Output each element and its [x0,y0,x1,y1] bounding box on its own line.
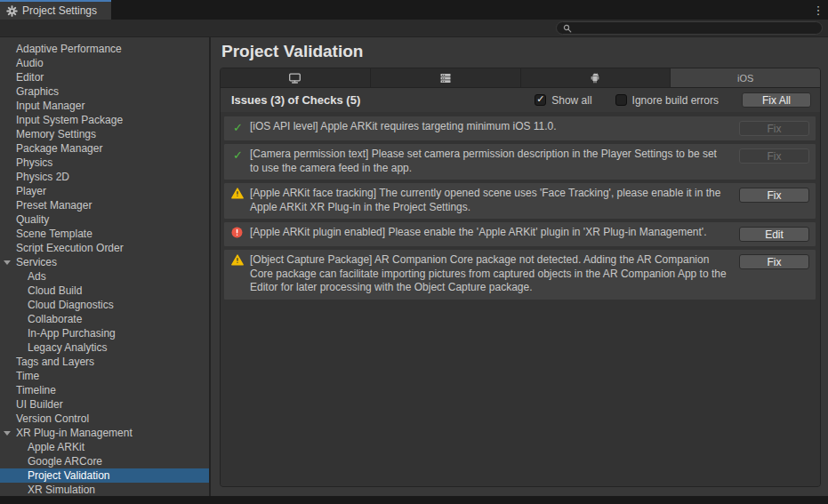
sidebar-item-label: Cloud Diagnostics [0,298,209,312]
issue-row-2: ✓ [Camera permission text] Please set ca… [224,144,816,180]
sidebar-item-label: Collaborate [0,312,209,326]
sidebar-item-editor[interactable]: Editor [0,70,209,84]
sidebar-item-label: Services [0,255,209,269]
platform-tab-ios[interactable]: iOS [671,68,820,87]
sidebar-item-package-manager[interactable]: Package Manager [0,141,209,156]
sidebar-item-label: Apple ARKit [0,440,209,454]
issue-row-4: [Apple ARKit plugin enabled] Please enab… [224,222,816,246]
sidebar-item-ads[interactable]: Ads [0,269,209,284]
issue-row-3: [Apple ARKit face tracking] The currentl… [224,183,816,219]
sidebar-item-scene-template[interactable]: Scene Template [0,227,209,241]
sidebar-item-timeline[interactable]: Timeline [0,383,209,397]
sidebar-item-input-system-package[interactable]: Input System Package [0,113,209,127]
ignore-build-errors-checkbox[interactable] [615,94,627,106]
sidebar-item-xr-simulation[interactable]: XR Simulation [0,483,209,496]
sidebar-item-apple-arkit[interactable]: Apple ARKit [0,440,209,454]
sidebar-item-quality[interactable]: Quality [0,212,209,227]
platform-tab-dedicated-server[interactable] [371,68,521,87]
search-box[interactable] [556,21,823,35]
issue-edit-button[interactable]: Edit [739,227,809,242]
monitor-icon [288,72,301,84]
sidebar-item-label: Cloud Build [0,284,209,298]
validation-box: iOS Issues (3) of Checks (5) Show all Ig… [220,68,821,487]
issue-fix-button[interactable]: Fix [739,254,809,269]
show-all-checkbox[interactable] [535,94,546,106]
sidebar-item-time[interactable]: Time [0,369,209,383]
show-all-toggle[interactable]: Show all [535,94,591,107]
sidebar-item-label: Adaptive Performance [0,42,209,56]
project-settings-window: Project Settings ⋮ Adaptive PerformanceA… [0,0,828,504]
sidebar-item-label: In-App Purchasing [0,326,209,340]
sidebar-item-label: Graphics [0,84,209,99]
sidebar-item-tags-and-layers[interactable]: Tags and Layers [0,355,209,369]
sidebar-item-memory-settings[interactable]: Memory Settings [0,127,209,141]
sidebar-item-label: Ads [0,269,209,284]
kebab-menu-icon[interactable]: ⋮ [808,0,828,20]
sidebar-item-label: Input System Package [0,113,209,127]
sidebar-item-label: Version Control [0,412,209,426]
sidebar-item-physics-2d[interactable]: Physics 2D [0,170,209,184]
sidebar-item-in-app-purchasing[interactable]: In-App Purchasing [0,326,209,340]
warning-icon [231,254,244,266]
page-title: Project Validation [220,40,821,68]
sidebar-item-label: Preset Manager [0,198,209,212]
sidebar-item-label: Legacy Analytics [0,340,209,355]
ignore-build-errors-toggle[interactable]: Ignore build errors [615,94,719,107]
sidebar-item-label: Google ARCore [0,454,209,468]
fix-all-button[interactable]: Fix All [742,92,811,108]
issue-fix-button: Fix [739,121,809,136]
sidebar-item-collaborate[interactable]: Collaborate [0,312,209,326]
sidebar-item-project-validation[interactable]: Project Validation [0,468,209,483]
platform-tab-android[interactable] [521,68,671,87]
sidebar-item-label: UI Builder [0,397,209,412]
sidebar-item-legacy-analytics[interactable]: Legacy Analytics [0,340,209,355]
sidebar-item-cloud-diagnostics[interactable]: Cloud Diagnostics [0,298,209,312]
sidebar-item-label: XR Simulation [0,483,209,496]
sidebar-item-xr-plug-in-management[interactable]: XR Plug-in Management [0,426,209,440]
sidebar-item-google-arcore[interactable]: Google ARCore [0,454,209,468]
sidebar-item-label: Script Execution Order [0,241,209,255]
sidebar-item-script-execution-order[interactable]: Script Execution Order [0,241,209,255]
sidebar-item-preset-manager[interactable]: Preset Manager [0,198,209,212]
sidebar-item-label: XR Plug-in Management [0,426,209,440]
sidebar-item-label: Scene Template [0,227,209,241]
window-tab-project-settings[interactable]: Project Settings [0,0,111,20]
issue-row-5: [Object Capture Package] AR Companion Co… [224,250,816,300]
search-input[interactable] [575,23,816,34]
issue-text: [Object Capture Package] AR Companion Co… [250,253,739,295]
sidebar-item-graphics[interactable]: Graphics [0,84,209,99]
sidebar-item-label: Physics 2D [0,170,209,184]
window-bottom-edge [0,496,828,504]
sidebar-item-label: Player [0,184,209,198]
sidebar-item-input-manager[interactable]: Input Manager [0,99,209,113]
settings-body: Adaptive PerformanceAudioEditorGraphicsI… [0,37,828,496]
search-icon [563,24,572,33]
sidebar-item-audio[interactable]: Audio [0,56,209,70]
sidebar-item-adaptive-performance[interactable]: Adaptive Performance [0,42,209,56]
sidebar-item-version-control[interactable]: Version Control [0,412,209,426]
sidebar-item-services[interactable]: Services [0,255,209,269]
issues-list: ✓ [iOS API level] Apple ARKit requires t… [221,112,820,486]
platform-tabbar: iOS [221,68,820,88]
settings-toolbar [0,20,828,37]
window-tab-label: Project Settings [22,4,97,17]
sidebar-item-label: Physics [0,156,209,170]
sidebar-item-ui-builder[interactable]: UI Builder [0,397,209,412]
project-validation-panel: Project Validation iOS Issues (3) of Che… [211,37,828,496]
platform-tab-standalone[interactable] [221,68,371,87]
sidebar-item-label: Project Validation [0,468,209,483]
gear-icon [6,5,18,17]
sidebar-item-label: Timeline [0,383,209,397]
sidebar-item-label: Memory Settings [0,127,209,141]
platform-tab-label: iOS [737,73,753,84]
sidebar-item-cloud-build[interactable]: Cloud Build [0,284,209,298]
issue-text: [Apple ARKit face tracking] The currentl… [250,187,739,214]
sidebar-item-player[interactable]: Player [0,184,209,198]
sidebar-item-label: Tags and Layers [0,355,209,369]
error-icon [231,227,243,238]
sidebar-item-label: Time [0,369,209,383]
issue-fix-button[interactable]: Fix [739,188,809,203]
issues-count-label: Issues (3) of Checks (5) [231,93,360,107]
sidebar-item-label: Editor [0,70,209,84]
sidebar-item-physics[interactable]: Physics [0,156,209,170]
